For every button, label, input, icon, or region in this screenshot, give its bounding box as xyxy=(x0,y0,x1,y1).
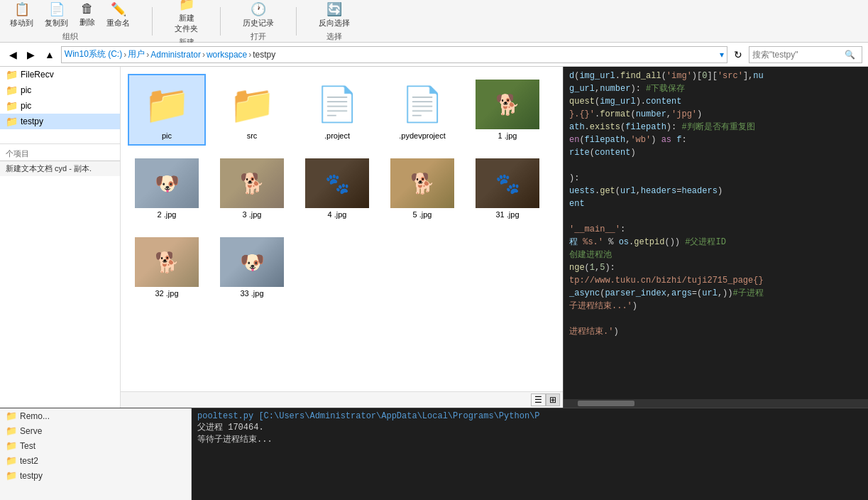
sep1 xyxy=(152,7,153,36)
list-view-button[interactable]: ☰ xyxy=(531,393,546,406)
file-name: 33 .jpg xyxy=(240,289,263,298)
dog-emoji: 🐕 xyxy=(410,172,435,195)
folder-icon: 📁 xyxy=(6,85,18,96)
rename-button[interactable]: ✏️ 重命名 xyxy=(102,0,134,30)
select-label: 选择 xyxy=(326,31,342,42)
file-item-4jpg[interactable]: 🐾 4 .jpg xyxy=(298,153,376,224)
sidebar-label: FileRecv xyxy=(21,70,54,80)
folder-icon: 📁 xyxy=(6,411,17,421)
path-part-admin[interactable]: Administrator xyxy=(150,50,201,60)
image-thumb-3: 🐕 xyxy=(220,158,284,208)
file-item-31jpg[interactable]: 🐾 31 .jpg xyxy=(468,153,546,224)
bottom-panel: 📁 Remo... 📁 Serve 📁 Test 📁 test2 📁 testp… xyxy=(0,408,868,500)
address-path[interactable]: Win10系统 (C:) › 用户 › Administrator › work… xyxy=(61,46,727,63)
new-folder-icon: 📁 xyxy=(179,0,194,12)
file-name: 2 .jpg xyxy=(158,210,177,219)
rename-icon: ✏️ xyxy=(111,1,126,17)
item-label: Test xyxy=(20,441,35,451)
nav-back-button[interactable]: ◀ xyxy=(6,47,21,62)
path-part-workspace[interactable]: workspace xyxy=(207,50,247,60)
sidebar-item-pic1[interactable]: 📁 pic xyxy=(0,82,120,98)
file-item-5jpg[interactable]: 🐕 5 .jpg xyxy=(383,153,461,224)
move-icon: 📋 xyxy=(14,1,30,17)
copy-to-button[interactable]: 📄 复制到 xyxy=(40,0,72,30)
file-item-32jpg[interactable]: 🐕 32 .jpg xyxy=(128,232,206,303)
file-name: .project xyxy=(324,131,350,140)
bottom-item-serve[interactable]: 📁 Serve xyxy=(0,423,191,438)
nav-up-button[interactable]: ▲ xyxy=(41,47,58,62)
move-to-button[interactable]: 📋 移动到 xyxy=(6,0,38,30)
image-thumb-1: 🐕 xyxy=(476,80,539,129)
toolbar-group-open: 🕐 历史记录 打开 xyxy=(238,0,278,42)
delete-button[interactable]: 🗑 删除 xyxy=(75,0,99,30)
bottom-item-test[interactable]: 📁 Test xyxy=(0,438,191,453)
sidebar-item-pic2[interactable]: 📁 pic xyxy=(0,98,120,114)
file-name: 31 .jpg xyxy=(495,210,519,219)
address-bar: ◀ ▶ ▲ Win10系统 (C:) › 用户 › Administrator … xyxy=(0,43,868,67)
search-icon[interactable]: 🔍 xyxy=(845,50,855,60)
code-scroll-thumb xyxy=(578,401,634,406)
bottom-sidebar: 📁 Remo... 📁 Serve 📁 Test 📁 test2 📁 testp… xyxy=(0,408,192,500)
nav-forward-button[interactable]: ▶ xyxy=(23,47,38,62)
sidebar-label: pic xyxy=(21,101,31,111)
item-label: testpy xyxy=(20,471,43,481)
folder-icon: 📁 xyxy=(6,425,17,436)
toolbar-group-organize: 📋 移动到 📄 复制到 🗑 删除 ✏️ 重命名 组织 xyxy=(6,0,134,42)
file-doc-icon: 📄 xyxy=(316,87,358,121)
grid-view-button[interactable]: ⊞ xyxy=(546,393,560,406)
reverse-icon: 🔄 xyxy=(326,1,342,17)
toolbar: 📋 移动到 📄 复制到 🗑 删除 ✏️ 重命名 组织 📁 新建文件夹 新建 xyxy=(0,0,868,43)
file-item-pydevproject[interactable]: 📄 .pydevproject xyxy=(383,74,461,146)
history-button[interactable]: 🕐 历史记录 xyxy=(238,0,278,30)
toolbar-group-select: 🔄 反向选择 选择 xyxy=(314,0,354,42)
path-part-users[interactable]: 用户 xyxy=(128,48,145,60)
file-name: 1 .jpg xyxy=(498,131,517,140)
file-item-1jpg[interactable]: 🐕 1 .jpg xyxy=(468,74,546,146)
dog-emoji: 🐾 xyxy=(495,172,520,195)
sidebar-label: testpy xyxy=(21,116,43,126)
file-thumb-pydev: 📄 xyxy=(390,80,454,129)
file-item-3jpg[interactable]: 🐕 3 .jpg xyxy=(213,153,291,224)
sidebar-item-testpy[interactable]: 📁 testpy xyxy=(0,114,120,129)
dog-emoji: 🐶 xyxy=(155,172,180,195)
code-scrollbar[interactable] xyxy=(564,399,868,408)
file-item-pic[interactable]: 📁 pic xyxy=(128,74,206,146)
path-part-drive[interactable]: Win10系统 (C:) xyxy=(65,48,122,60)
sidebar: 📁 FileRecv 📁 pic 📁 pic 📁 testpy 个项目 新建文本… xyxy=(0,67,121,408)
folder-thumb-pic: 📁 xyxy=(135,80,199,129)
main-area: 📁 FileRecv 📁 pic 📁 pic 📁 testpy 个项目 新建文本… xyxy=(0,67,868,408)
bottom-item-remo[interactable]: 📁 Remo... xyxy=(0,408,191,423)
search-input[interactable] xyxy=(752,50,845,60)
item-label: Serve xyxy=(20,426,42,436)
file-name: src xyxy=(247,131,258,140)
terminal-line-1: 父进程 170464. xyxy=(197,421,862,433)
bottom-item-test2[interactable]: 📁 test2 xyxy=(0,453,191,468)
terminal-line-2: 等待子进程结束... xyxy=(197,433,862,445)
delete-icon: 🗑 xyxy=(81,1,94,16)
file-item-src[interactable]: 📁 src xyxy=(213,74,291,146)
folder-big-icon: 📁 xyxy=(229,86,275,123)
refresh-button[interactable]: ↻ xyxy=(730,47,746,62)
reverse-select-button[interactable]: 🔄 反向选择 xyxy=(314,0,354,30)
terminal-path: pooltest.py [C:\Users\Administrator\AppD… xyxy=(197,411,539,421)
file-item-project[interactable]: 📄 .project xyxy=(298,74,376,146)
image-thumb-5: 🐕 xyxy=(390,158,454,208)
terminal-text: 等待子进程结束... xyxy=(197,435,273,445)
file-name: .pydevproject xyxy=(399,131,445,140)
item-label: Remo... xyxy=(20,411,50,421)
file-item-2jpg[interactable]: 🐶 2 .jpg xyxy=(128,153,206,224)
sidebar-item-filerecv[interactable]: 📁 FileRecv xyxy=(0,67,120,82)
new-folder-button[interactable]: 📁 新建文件夹 xyxy=(170,0,202,36)
file-name: pic xyxy=(162,131,172,140)
project-label: 个项目 xyxy=(0,147,120,161)
bottom-item-testpy[interactable]: 📁 testpy xyxy=(0,468,191,483)
image-thumb-4: 🐾 xyxy=(305,158,369,208)
sep2 xyxy=(220,7,221,36)
terminal-panel: pooltest.py [C:\Users\Administrator\AppD… xyxy=(192,408,868,500)
file-name: 3 .jpg xyxy=(243,210,262,219)
folder-icon: 📁 xyxy=(6,69,18,80)
sidebar-bottom-section: 个项目 xyxy=(0,143,120,161)
file-item-33jpg[interactable]: 🐶 33 .jpg xyxy=(213,232,291,303)
file-grid: 📁 pic 📁 src 📄 .project xyxy=(121,67,563,391)
file-name: 4 .jpg xyxy=(328,210,347,219)
